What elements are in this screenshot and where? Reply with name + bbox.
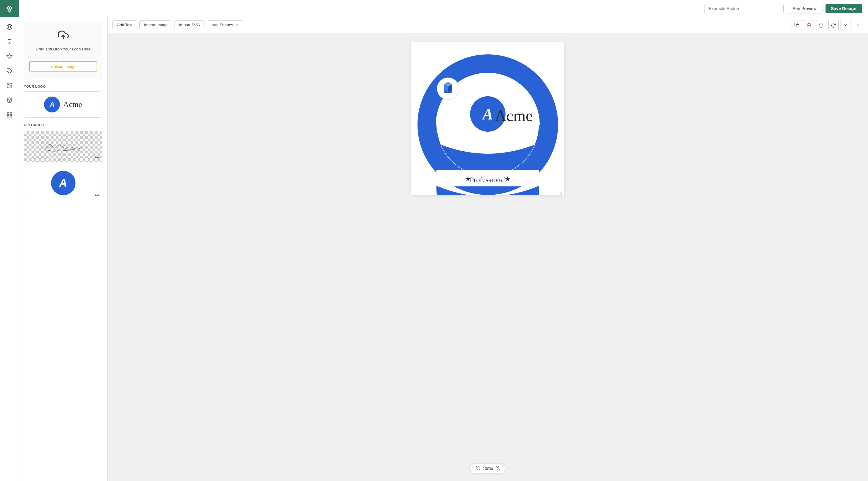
toolbar: Add Text Import Image Import SVG Add Sha… [107,17,868,33]
uploaded-item-logo-circle[interactable]: A ••• [24,166,102,200]
svg-line-37 [478,469,479,470]
zoom-in-button[interactable] [495,466,500,472]
preview-button[interactable]: See Preview [787,4,823,13]
sidebar-item-star[interactable] [3,50,16,62]
upload-icon [58,30,69,43]
svg-point-2 [8,7,10,9]
uploaded-grid: ••• A ••• [24,131,102,200]
svg-point-8 [8,84,8,85]
uploaded-item-menu-dots[interactable]: ••• [94,155,100,160]
zoom-out-button[interactable] [475,466,480,472]
upload-area[interactable]: Drag and Drop Your Logo Here or Upload I… [24,22,102,79]
drag-drop-text: Drag and Drop Your Logo Here [36,46,90,52]
sidebar-item-image[interactable] [3,79,16,92]
resize-handle[interactable] [559,190,563,194]
uploaded-title: UPLOADED [24,123,102,127]
sidebar-item-layers[interactable] [3,94,16,106]
svg-text:A: A [482,105,493,123]
import-image-button[interactable]: Import Image [140,21,172,29]
add-text-button[interactable]: Add Text [113,21,137,29]
left-panel: Drag and Drop Your Logo Here or Upload I… [19,17,107,481]
svg-text:Professional: Professional [470,176,506,184]
sidebar-item-globe[interactable] [3,21,16,33]
upload-image-button[interactable]: Upload Image [29,61,97,71]
logo-letter-circle: A [44,97,60,113]
svg-rect-13 [7,116,9,117]
uploaded-logo-menu-dots[interactable]: ••• [94,193,100,198]
svg-marker-5 [7,54,12,59]
logo-company-name: Acme [63,100,82,109]
svg-rect-10 [7,113,9,115]
badge-svg: ★ ★ Professional A Acme [411,42,564,195]
copy-button[interactable] [792,20,802,30]
zoom-bar: 100% [470,463,505,474]
badge-canvas[interactable]: ★ ★ Professional A Acme [411,42,564,195]
svg-marker-9 [7,98,12,100]
badge-name-input[interactable] [704,4,784,13]
move-down-button[interactable] [840,20,851,30]
sidebar-item-bookmark[interactable] [3,35,16,48]
logo-preview: A Acme [24,91,102,118]
import-svg-button[interactable]: Import SVG [175,21,205,29]
canvas-area: ★ ★ Professional A Acme [107,33,868,481]
undo-button[interactable] [816,20,827,30]
uploaded-logo-letter: A [51,171,75,195]
svg-line-40 [499,469,500,470]
sidebar-item-grid[interactable] [3,109,16,121]
svg-text:Acme: Acme [495,107,533,124]
sidebar-item-tag[interactable] [3,65,16,77]
or-text: or [61,55,65,59]
icon-sidebar [0,17,19,481]
add-shapes-button[interactable]: Add Shapes [207,21,243,29]
zoom-level: 100% [483,466,493,471]
app-logo [0,0,19,17]
your-logo-title: YOUR LOGO [24,85,102,88]
save-button[interactable]: Save Design [826,4,862,13]
svg-rect-12 [10,116,11,117]
move-up-button[interactable] [853,20,863,30]
svg-rect-11 [10,113,11,115]
uploaded-item-signature[interactable]: ••• [24,131,102,162]
redo-button[interactable] [828,20,839,30]
svg-rect-15 [796,25,799,27]
delete-button[interactable] [804,20,814,30]
